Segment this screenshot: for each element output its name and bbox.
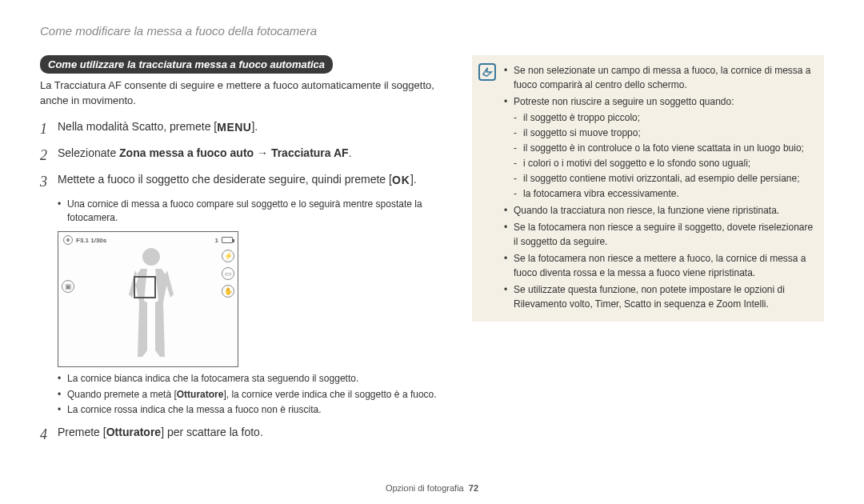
step-3-pre: Mettete a fuoco il soggetto che desidera… (58, 173, 392, 186)
step-4-post: ] per scattare la foto. (161, 426, 263, 438)
page-footer: Opzioni di fotografia 72 (0, 483, 864, 493)
camera-count: 1 (215, 237, 218, 244)
page-header: Come modificare la messa a fuoco della f… (40, 24, 824, 38)
note-sub-item: il soggetto è in controluce o la foto vi… (514, 141, 814, 155)
step-1: 1 Nella modalità Scatto, premete [MENU]. (40, 118, 448, 140)
left-column: Come utilizzare la tracciatura messa a f… (40, 55, 448, 450)
right-column: Se non selezionate un campo di messa a f… (472, 55, 824, 450)
step-2-arrow: → (254, 146, 271, 159)
footer-section: Opzioni di fotografia (386, 483, 464, 493)
note-sub-item: i colori o i motivi del soggetto e lo sf… (514, 156, 814, 170)
subject-silhouette (127, 246, 175, 358)
step-2-bold2: Tracciatura AF (271, 146, 349, 159)
sub-bullet: La cornice bianca indica che la fotocame… (58, 372, 448, 386)
step-3-sub-a: Una cornice di messa a fuoco compare sul… (58, 198, 448, 226)
note-item: Quando la tracciatura non riesce, la fun… (504, 203, 814, 218)
step-2: 2 Selezionate Zona messa a fuoco auto → … (40, 145, 448, 166)
camera-info: F3.1 1/30s (76, 237, 106, 244)
sub-bullet: La cornice rossa indica che la messa a f… (58, 403, 448, 417)
stabilizer-icon: ✋ (222, 285, 234, 298)
note-item: Se la fotocamera non riesce a mettere a … (504, 251, 814, 280)
sub-bullet: Quando premete a metà [Otturatore], la c… (58, 388, 448, 402)
camera-screen-illustration: F3.1 1/30s 1 ▣ ⚡ ▭ ✋ (58, 231, 238, 367)
footer-page: 72 (469, 483, 478, 493)
step-number: 3 (40, 171, 58, 193)
flash-icon: ⚡ (222, 250, 234, 262)
step-3-sub-rest: La cornice bianca indica che la fotocame… (58, 372, 448, 417)
step-1-pre: Nella modalità Scatto, premete [ (58, 120, 217, 133)
note-sub-item: il soggetto è troppo piccolo; (514, 110, 814, 125)
note-item: Se utilizzate questa funzione, non potet… (504, 282, 814, 311)
step-number: 1 (40, 118, 58, 140)
af-mode-icon: ▣ (62, 280, 74, 293)
step-2-pre: Selezionate (58, 146, 119, 159)
ok-icon: OK (392, 172, 410, 189)
mode-icon (63, 235, 73, 245)
note-sub-item: il soggetto contiene motivi orizzontali,… (514, 171, 814, 186)
section-pill: Come utilizzare la tracciatura messa a f… (40, 55, 333, 74)
note-item: Se la fotocamera non riesce a seguire il… (504, 220, 814, 249)
intro-text: La Tracciatura AF consente di seguire e … (40, 78, 448, 109)
sub-c-bold: Otturatore (177, 389, 224, 400)
step-3-post: ]. (410, 173, 417, 186)
note-item: Potreste non riuscire a seguire un sogge… (504, 94, 814, 201)
sub-c-pre: Quando premete a metà [ (67, 389, 177, 400)
battery-icon (222, 237, 233, 243)
note-box: Se non selezionate un campo di messa a f… (472, 55, 824, 322)
note-sub-item: la fotocamera vibra eccessivamente. (514, 186, 814, 201)
af-frame (134, 276, 156, 298)
sub-c-post: ], la cornice verde indica che il sogget… (223, 389, 436, 400)
menu-icon: MENU (217, 119, 251, 136)
step-2-bold1: Zona messa a fuoco auto (119, 146, 254, 159)
step-4-bold: Otturatore (106, 426, 161, 438)
note-2-head: Potreste non riuscire a seguire un sogge… (514, 96, 734, 107)
note-icon (478, 63, 496, 81)
photo-size-icon: ▭ (222, 267, 234, 280)
step-2-post: . (349, 146, 352, 159)
step-1-post: ]. (251, 120, 258, 133)
step-4: 4 Premete [Otturatore] per scattare la f… (40, 424, 448, 446)
step-number: 4 (40, 424, 58, 446)
note-sub-item: il soggetto si muove troppo; (514, 126, 814, 140)
step-3: 3 Mettete a fuoco il soggetto che deside… (40, 171, 448, 193)
step-number: 2 (40, 145, 58, 166)
sub-bullet: Una cornice di messa a fuoco compare sul… (58, 198, 448, 226)
steps-list: 1 Nella modalità Scatto, premete [MENU].… (40, 118, 448, 193)
note-item: Se non selezionate un campo di messa a f… (504, 63, 814, 92)
step-4-wrap: 4 Premete [Otturatore] per scattare la f… (40, 424, 448, 446)
step-4-pre: Premete [ (58, 426, 106, 438)
